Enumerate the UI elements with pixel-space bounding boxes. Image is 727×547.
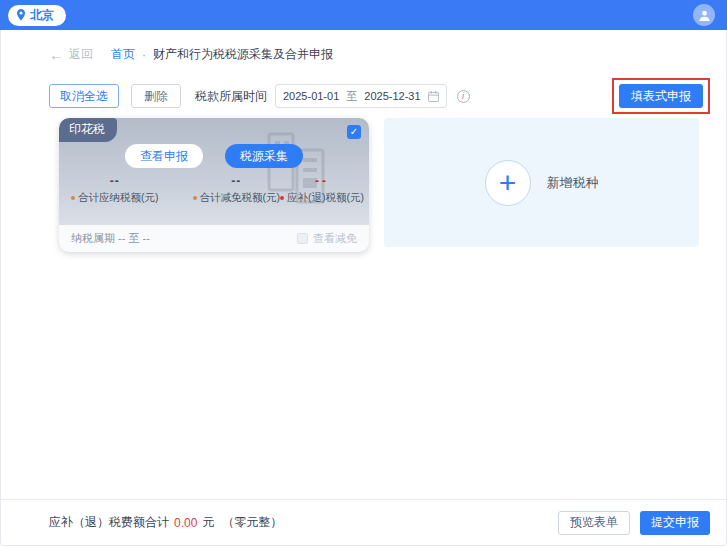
bottom-actions: 预览表单 提交申报	[558, 511, 710, 535]
cancel-select-all-button[interactable]: 取消全选	[49, 84, 119, 108]
tax-period-range: -- 至 --	[118, 232, 150, 244]
stat-total-reduction: -- 合计减免税额(元)	[193, 174, 281, 205]
stat-total-payable: -- 合计应纳税额(元)	[71, 174, 159, 205]
breadcrumb-separator: ·	[142, 48, 146, 62]
tax-source-collect-button[interactable]: 税源采集	[225, 144, 303, 168]
stat-label: 应补(退)税额(元)	[287, 191, 364, 205]
card-stats: -- 合计应纳税额(元) -- 合计减免税额(元) -- 应补(退)税额(元)	[67, 174, 361, 205]
info-icon[interactable]: i	[457, 90, 470, 103]
submit-declaration-button[interactable]: 提交申报	[640, 511, 710, 535]
date-range-picker[interactable]: 2025-01-01 至 2025-12-31	[275, 84, 447, 108]
reduction-toggle[interactable]: 查看减免	[297, 231, 357, 246]
screen: 北京 ← 返回 首页 · 财产和行为税税源采集及合并申报 取消全选 删除 税款所…	[0, 0, 727, 547]
total-amount-value: 0.00	[174, 516, 197, 530]
user-avatar[interactable]	[693, 4, 715, 26]
view-declaration-button[interactable]: 查看申报	[125, 144, 203, 168]
add-tax-type-panel[interactable]: + 新增税种	[384, 118, 699, 247]
stat-value: --	[110, 174, 120, 188]
reduction-label: 查看减免	[313, 231, 357, 246]
top-header-bar: 北京	[0, 0, 727, 30]
stat-label: 合计应纳税额(元)	[78, 191, 159, 205]
location-pill[interactable]: 北京	[8, 5, 66, 26]
delete-button[interactable]: 删除	[131, 84, 181, 108]
add-tax-type-label: 新增税种	[547, 174, 599, 192]
tax-card-stamp-tax[interactable]: 印花税 ✓ 查看申报 税源采集 -- 合计应纳税额(元) -- 合计减免税额(元…	[59, 118, 369, 252]
toolbar: 取消全选 删除 税款所属时间 2025-01-01 至 2025-12-31 i…	[49, 80, 710, 112]
bullet-dot-icon	[193, 196, 197, 200]
breadcrumb-home-link[interactable]: 首页	[111, 46, 135, 63]
total-amount-unit: 元	[202, 514, 214, 531]
stat-value: --	[315, 174, 329, 188]
total-amount-label: 应补（退）税费额合计	[49, 514, 169, 531]
bullet-dot-icon	[71, 196, 75, 200]
tax-type-tag: 印花税	[59, 118, 117, 142]
back-link[interactable]: 返回	[69, 46, 93, 63]
tax-card-list: 印花税 ✓ 查看申报 税源采集 -- 合计应纳税额(元) -- 合计减免税额(元…	[59, 118, 699, 252]
location-pin-icon	[16, 9, 26, 21]
stat-value: --	[231, 174, 241, 188]
date-start-value[interactable]: 2025-01-01	[283, 90, 339, 102]
tax-period-caption: 纳税属期	[71, 232, 115, 244]
breadcrumb: ← 返回 首页 · 财产和行为税税源采集及合并申报	[49, 46, 333, 63]
stat-payable-refund: -- 应补(退)税额(元)	[280, 174, 364, 205]
date-end-value[interactable]: 2025-12-31	[364, 90, 420, 102]
location-label: 北京	[30, 7, 54, 24]
plus-icon[interactable]: +	[485, 160, 531, 206]
card-footer: 纳税属期 -- 至 -- 查看减免	[59, 225, 369, 252]
preview-form-button[interactable]: 预览表单	[558, 511, 630, 535]
back-arrow-icon[interactable]: ←	[49, 46, 64, 63]
tax-period-label: 税款所属时间	[195, 88, 267, 105]
annotation-highlight-box: 填表式申报	[612, 78, 710, 114]
calendar-icon	[428, 91, 439, 102]
card-actions: 查看申报 税源采集	[59, 144, 369, 168]
card-checkbox-checked[interactable]: ✓	[347, 125, 361, 139]
stat-label: 合计减免税额(元)	[200, 191, 281, 205]
bottom-bar: 应补（退）税费额合计 0.00 元 （零元整） 预览表单 提交申报	[1, 499, 726, 545]
total-amount-capitalized: （零元整）	[222, 514, 282, 531]
date-to-label: 至	[346, 89, 357, 104]
main-panel: ← 返回 首页 · 财产和行为税税源采集及合并申报 取消全选 删除 税款所属时间…	[0, 30, 727, 546]
bullet-dot-icon	[280, 196, 284, 200]
reduction-checkbox[interactable]	[297, 233, 308, 244]
page-title: 财产和行为税税源采集及合并申报	[153, 46, 333, 63]
user-icon	[698, 9, 711, 22]
form-declare-button[interactable]: 填表式申报	[619, 84, 703, 108]
